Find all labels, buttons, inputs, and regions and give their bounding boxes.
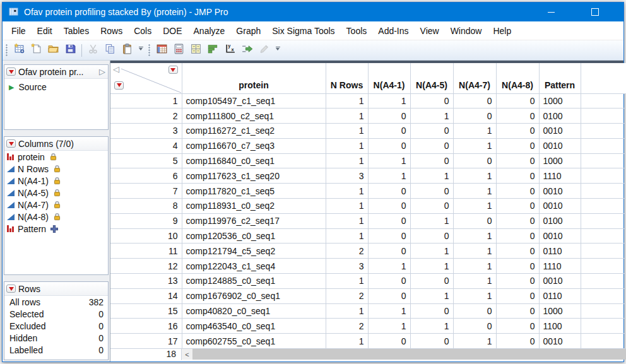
n-rows-cell[interactable]: 1 [326,124,368,139]
column-header-n-a4-7[interactable]: N(A4-7) [453,63,496,93]
n-rows-cell[interactable]: 1 [326,184,368,199]
n-rows-cell[interactable]: 2 [326,244,368,259]
fit-y-by-x-button[interactable]: yx [221,42,239,59]
pattern-cell[interactable]: 0010 [539,138,581,153]
n-a4-8-cell[interactable]: 0 [496,259,539,274]
maximize-button[interactable] [581,3,610,21]
n-a4-5-cell[interactable]: 1 [410,259,453,274]
row-number-cell[interactable]: 9 [110,213,182,228]
n-rows-cell[interactable]: 3 [326,168,368,184]
n-a4-5-cell[interactable]: 0 [410,228,453,244]
n-a4-1-cell[interactable]: 0 [368,138,410,153]
menu-item-analyze[interactable]: Analyze [188,22,231,40]
n-rows-cell[interactable]: 2 [326,319,368,334]
column-item-n-a4-1[interactable]: N(A4-1) [4,175,108,187]
n-a4-1-cell[interactable]: 1 [368,259,410,274]
n-a4-5-cell[interactable]: 0 [410,303,453,319]
row-number-cell[interactable]: 15 [110,303,182,319]
open-button[interactable] [45,42,62,59]
row-number-cell[interactable]: 13 [110,274,182,289]
pattern-cell[interactable]: 0100 [539,109,581,124]
n-a4-1-cell[interactable]: 0 [368,213,410,228]
row-number-cell[interactable]: 17 [110,334,182,349]
menu-item-help[interactable]: Help [487,22,517,40]
toolbar-overflow-button[interactable] [137,47,145,58]
n-a4-5-cell[interactable]: 1 [410,109,453,124]
n-a4-5-cell[interactable]: 1 [410,244,453,259]
source-script-item[interactable]: ▶ Source [4,79,108,92]
save-button[interactable] [62,42,79,59]
n-a4-8-cell[interactable]: 0 [496,184,539,199]
pattern-cell[interactable]: 1110 [539,168,581,184]
n-rows-cell[interactable]: 1 [326,228,368,244]
pattern-cell[interactable]: 1110 [539,259,581,274]
n-a4-5-cell[interactable]: 1 [410,168,453,184]
pattern-cell[interactable]: 1000 [539,153,581,168]
n-a4-1-cell[interactable]: 0 [368,288,410,303]
n-a4-5-cell[interactable]: 0 [410,199,453,214]
pattern-cell[interactable]: 1100 [539,319,581,334]
pattern-cell[interactable]: 0010 [539,274,581,289]
pattern-cell[interactable]: 0010 [539,184,581,199]
n-a4-5-cell[interactable]: 1 [410,213,453,228]
scroll-left-button[interactable]: < [182,349,192,360]
toolbar-grip-handle[interactable] [6,44,8,57]
n-a4-1-cell[interactable]: 0 [368,244,410,259]
protein-cell[interactable]: comp122043_c1_seq4 [182,259,326,274]
column-header-pattern[interactable]: Pattern [539,63,581,93]
column-item-n-a4-5[interactable]: N(A4-5) [4,187,108,199]
protein-cell[interactable]: comp118931_c0_seq2 [182,199,326,214]
n-a4-8-cell[interactable]: 0 [496,228,539,244]
new-data-table-button[interactable] [11,42,28,59]
n-a4-7-cell[interactable]: 1 [453,184,496,199]
n-a4-1-cell[interactable]: 1 [368,153,410,168]
protein-cell[interactable]: comp116840_c0_seq1 [182,153,326,168]
protein-cell[interactable]: comp119976_c2_seq17 [182,213,326,228]
n-a4-5-cell[interactable]: 1 [410,288,453,303]
menu-item-doe[interactable]: DOE [157,22,187,40]
n-a4-7-cell[interactable]: 1 [453,199,496,214]
collapse-panels-icon[interactable]: ◁ [113,65,119,73]
n-a4-1-cell[interactable]: 0 [368,109,410,124]
protein-cell[interactable]: comp463540_c0_seq1 [182,319,326,334]
protein-cell[interactable]: comp116670_c7_seq3 [182,138,326,153]
row-number-cell[interactable]: 16 [110,319,182,334]
n-a4-8-cell[interactable]: 0 [496,124,539,139]
rows-panel-menu-button[interactable] [6,285,16,293]
n-a4-1-cell[interactable]: 1 [368,168,410,184]
n-rows-cell[interactable]: 1 [326,334,368,349]
row-number-cell[interactable]: 8 [110,199,182,214]
protein-cell[interactable]: comp40820_c0_seq1 [182,303,326,319]
menu-item-rows[interactable]: Rows [95,22,128,40]
n-a4-7-cell[interactable]: 1 [453,288,496,303]
n-a4-5-cell[interactable]: 0 [410,93,453,109]
n-rows-cell[interactable]: 1 [326,303,368,319]
n-a4-8-cell[interactable]: 0 [496,213,539,228]
n-a4-5-cell[interactable]: 1 [410,319,453,334]
column-header-n-a4-8[interactable]: N(A4-8) [496,63,539,93]
columns-panel-menu-button[interactable] [6,139,16,148]
n-a4-1-cell[interactable]: 0 [368,334,410,349]
data-table-button[interactable] [153,42,170,59]
menu-item-tables[interactable]: Tables [58,22,95,40]
row-number-cell[interactable]: 11 [110,244,182,259]
n-a4-5-cell[interactable]: 0 [410,274,453,289]
n-a4-7-cell[interactable]: 1 [453,244,496,259]
n-a4-7-cell[interactable]: 1 [453,274,496,289]
row-number-cell[interactable]: 2 [110,109,182,124]
n-rows-cell[interactable]: 1 [326,109,368,124]
menu-item-add-ins[interactable]: Add-Ins [372,22,414,40]
n-a4-5-cell[interactable]: 0 [410,124,453,139]
n-a4-7-cell[interactable]: 1 [453,334,496,349]
row-number-cell[interactable]: 10 [110,228,182,244]
pattern-cell[interactable]: 0010 [539,124,581,139]
n-a4-7-cell[interactable]: 1 [453,228,496,244]
rows-menu-button[interactable] [114,81,124,90]
n-rows-cell[interactable]: 2 [326,288,368,303]
n-a4-8-cell[interactable]: 0 [496,274,539,289]
pattern-cell[interactable]: 1000 [539,93,581,109]
n-a4-7-cell[interactable]: 0 [453,319,496,334]
n-a4-8-cell[interactable]: 0 [496,138,539,153]
row-number-cell[interactable]: 1 [110,93,182,109]
menu-item-window[interactable]: Window [445,22,488,40]
